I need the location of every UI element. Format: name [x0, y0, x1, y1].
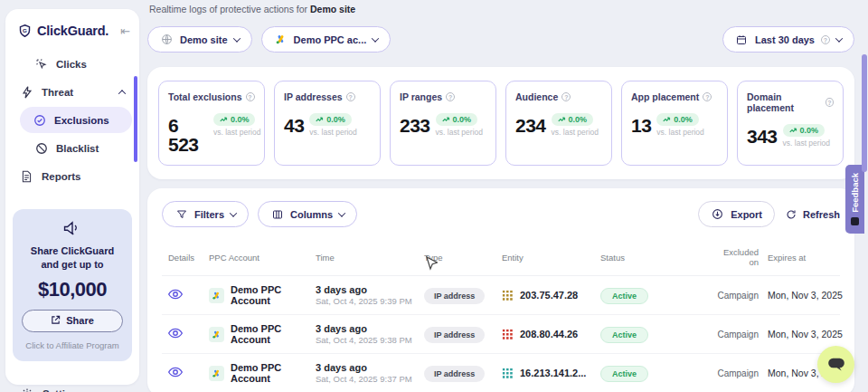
- info-icon[interactable]: ?: [346, 92, 355, 101]
- refresh-label: Refresh: [803, 209, 840, 220]
- status-badge: Active: [600, 366, 648, 382]
- details-eye-icon[interactable]: [168, 365, 183, 380]
- col-entity: Entity: [502, 253, 600, 263]
- globe-icon: [160, 33, 174, 46]
- stat-change-badge: 0.0%: [783, 124, 826, 137]
- funnel-icon: [175, 207, 188, 221]
- sidebar-item-exclusions[interactable]: Exclusions: [20, 107, 132, 133]
- sidebar-item-clicks[interactable]: Clicks: [27, 51, 132, 77]
- expires-at-value: Mon, Nov 3, 2025: [768, 290, 843, 301]
- stat-label: Domain placement: [747, 91, 822, 113]
- details-eye-icon[interactable]: [168, 287, 183, 302]
- stat-value: 343: [747, 127, 778, 146]
- stat-card: Total exclusions ? 6 523 0.0% vs. last p…: [158, 81, 265, 166]
- sidebar-scrollbar[interactable]: [134, 76, 137, 162]
- chat-bubble-icon: [827, 358, 845, 372]
- sidebar-collapse-icon[interactable]: ⇤: [120, 24, 130, 38]
- sidebar-item-blacklist[interactable]: Blacklist: [27, 135, 132, 161]
- excluded-on-value: Campaign: [703, 291, 768, 301]
- columns-dropdown[interactable]: Columns: [258, 201, 357, 227]
- type-badge: IP address: [424, 288, 485, 304]
- col-status: Status: [600, 253, 703, 263]
- stat-value: 13: [631, 116, 651, 135]
- feedback-widget-icon: [851, 217, 859, 225]
- chat-launcher-button[interactable]: [817, 346, 854, 383]
- stat-value: 43: [284, 116, 304, 135]
- columns-label: Columns: [290, 209, 333, 220]
- table-header-row: Details PPC Account Time Type Entity Sta…: [162, 247, 840, 276]
- share-button[interactable]: Share: [22, 310, 123, 332]
- chevron-down-icon: [232, 34, 240, 42]
- excluded-on-value: Campaign: [703, 368, 768, 378]
- site-selector-value: Demo site: [180, 34, 228, 45]
- google-ads-icon: [209, 288, 224, 303]
- calendar-icon: [735, 33, 749, 46]
- entity-identicon: [502, 329, 514, 340]
- threat-lightning-icon: [20, 85, 33, 99]
- sidebar-item-threat[interactable]: Threat: [13, 79, 132, 105]
- feedback-tab[interactable]: Feedback: [845, 165, 864, 234]
- stat-label: Total exclusions: [168, 91, 242, 102]
- export-button[interactable]: Export: [698, 201, 775, 227]
- col-type: Type: [424, 253, 502, 263]
- trend-up-icon: [789, 127, 797, 134]
- col-details: Details: [162, 253, 209, 263]
- affiliate-promo-card[interactable]: Share ClickGuard and get up to $10,000 S…: [13, 209, 132, 361]
- columns-icon: [270, 207, 284, 221]
- details-eye-icon[interactable]: [168, 326, 183, 341]
- stat-change-badge: 0.0%: [213, 113, 256, 126]
- brand-name: ClickGuard.: [37, 24, 115, 38]
- date-range-value: Last 30 days: [755, 34, 815, 45]
- chevron-down-icon: [230, 209, 237, 216]
- table-row[interactable]: Demo PPC Account 3 days ago Sat, Oct 4, …: [162, 354, 840, 392]
- sidebar-item-label: Clicks: [56, 59, 87, 70]
- date-range-dropdown[interactable]: Last 30 days ?: [722, 26, 854, 53]
- time-relative: 3 days ago: [316, 323, 424, 334]
- stat-compare-label: vs. last period: [436, 128, 483, 137]
- page-subtitle: Realtime logs of protective actions for …: [147, 0, 854, 14]
- stat-label: Audience: [515, 91, 558, 102]
- chevron-down-icon: [338, 209, 345, 216]
- stat-compare-label: vs. last period: [213, 128, 255, 137]
- export-label: Export: [731, 209, 762, 220]
- info-icon[interactable]: ?: [703, 92, 712, 101]
- sidebar: G ClickGuard. ⇤ Clicks Threat Exclusions: [5, 9, 139, 385]
- info-icon[interactable]: ?: [826, 98, 834, 107]
- stat-card: Domain placement ? 343 0.0% vs. last per…: [737, 81, 844, 166]
- time-absolute: Sat, Oct 4, 2025 9:37 PM: [316, 374, 424, 384]
- sidebar-item-label: Exclusions: [54, 115, 109, 126]
- promo-amount: $10,000: [22, 278, 123, 301]
- stat-change-badge: 0.0%: [436, 113, 478, 126]
- exclusions-table-panel: Filters Columns Export: [147, 188, 854, 392]
- export-download-icon: [711, 207, 724, 221]
- brand: G ClickGuard. ⇤: [5, 9, 139, 51]
- filters-dropdown[interactable]: Filters: [162, 201, 249, 227]
- time-absolute: Sat, Oct 4, 2025 9:39 PM: [316, 296, 424, 306]
- promo-caption: Click to Affiliate Program: [22, 340, 123, 350]
- promo-text: Share ClickGuard and get up to: [22, 244, 123, 272]
- sidebar-item-reports[interactable]: Reports: [13, 163, 132, 189]
- type-badge: IP address: [424, 327, 485, 343]
- stats-row: Total exclusions ? 6 523 0.0% vs. last p…: [158, 81, 844, 166]
- trend-up-icon: [316, 116, 324, 123]
- ppc-account-dropdown[interactable]: Demo PPC ac...: [261, 26, 392, 53]
- info-icon[interactable]: ?: [561, 92, 571, 101]
- info-icon[interactable]: ?: [246, 92, 255, 101]
- info-icon[interactable]: ?: [446, 92, 455, 101]
- table-row[interactable]: Demo PPC Account 3 days ago Sat, Oct 4, …: [162, 315, 840, 354]
- trend-up-icon: [220, 116, 228, 123]
- sidebar-item-label: Reports: [42, 171, 80, 182]
- sidebar-item-label: Blacklist: [56, 143, 99, 154]
- stat-change-badge: 0.0%: [656, 113, 699, 126]
- stats-panel: Total exclusions ? 6 523 0.0% vs. last p…: [147, 67, 854, 179]
- refresh-button[interactable]: Refresh: [784, 207, 840, 221]
- expires-at-value: Mon, Nov 3, 2025: [768, 329, 843, 339]
- table-row[interactable]: Demo PPC Account 3 days ago Sat, Oct 4, …: [162, 276, 840, 315]
- info-icon: ?: [821, 35, 830, 44]
- page-scrollbar-thumb[interactable]: [862, 54, 867, 172]
- time-relative: 3 days ago: [316, 362, 424, 373]
- sidebar-item-settings[interactable]: Settings: [13, 381, 132, 392]
- stat-change-badge: 0.0%: [552, 113, 594, 126]
- stat-value: 6 523: [168, 116, 208, 154]
- site-selector-dropdown[interactable]: Demo site: [147, 26, 252, 53]
